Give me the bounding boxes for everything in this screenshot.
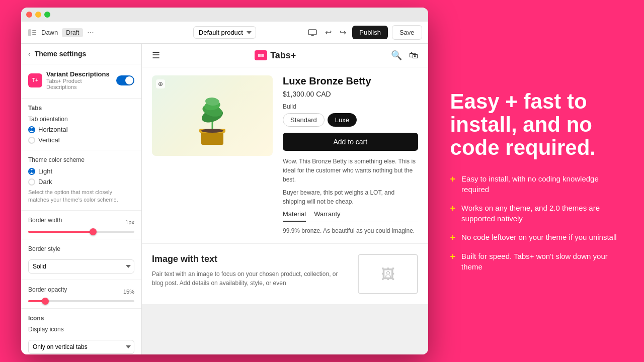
logo-icon: ≡≡ bbox=[255, 50, 267, 60]
border-style-label: Border style bbox=[28, 245, 134, 252]
border-width-track[interactable] bbox=[28, 231, 134, 233]
feature-list: + Easy to install, with no coding knowle… bbox=[450, 173, 622, 272]
plugin-info: Variant Descriptions Tabs+ Product Descr… bbox=[46, 70, 112, 90]
plugin-sub: Tabs+ Product Descriptions bbox=[46, 78, 112, 90]
editor-bar-left: Dawn Draft ··· bbox=[27, 28, 189, 38]
feature-item-3: + No code leftover on your theme if you … bbox=[450, 232, 622, 243]
horizontal-radio[interactable] bbox=[28, 126, 35, 133]
theme-select[interactable]: Default product bbox=[193, 26, 256, 39]
sidebar-toggle-icon[interactable] bbox=[27, 28, 37, 38]
feature-plus-1: + bbox=[450, 174, 456, 185]
feature-plus-2: + bbox=[450, 203, 456, 214]
border-opacity-value: 15% bbox=[123, 289, 134, 295]
svg-rect-1 bbox=[32, 30, 36, 31]
plugin-section: T+ Variant Descriptions Tabs+ Product De… bbox=[21, 64, 141, 99]
tab-warranty[interactable]: Warranty bbox=[314, 210, 340, 222]
standard-variant[interactable]: Standard bbox=[283, 113, 325, 127]
build-label: Build bbox=[283, 103, 418, 110]
product-image: ⊕ bbox=[152, 75, 273, 156]
image-text-title: Image with text bbox=[152, 254, 348, 264]
svg-rect-2 bbox=[32, 32, 36, 33]
plugin-icon: T+ bbox=[28, 73, 42, 87]
back-button[interactable]: ‹ bbox=[28, 50, 31, 58]
marketing-headline: Easy + fast to install, and no code requ… bbox=[450, 90, 622, 160]
color-radio-group: Light Dark bbox=[28, 167, 134, 186]
border-opacity-section: Border opacity 15% bbox=[21, 280, 141, 309]
product-desc1: Wow. This Bronze Betty is something else… bbox=[283, 157, 418, 184]
feature-text-1: Easy to install, with no coding knowledg… bbox=[461, 173, 622, 195]
vertical-radio[interactable] bbox=[28, 137, 35, 144]
border-width-section: Border width 1px bbox=[21, 211, 141, 239]
marketing-panel: Easy + fast to install, and no code requ… bbox=[428, 70, 644, 293]
plugin-name: Variant Descriptions bbox=[46, 70, 112, 78]
border-width-slider-row bbox=[28, 231, 134, 233]
svg-rect-7 bbox=[201, 131, 223, 145]
draft-badge: Draft bbox=[62, 28, 83, 37]
orientation-horizontal[interactable]: Horizontal bbox=[28, 126, 134, 133]
dark-label: Dark bbox=[38, 178, 52, 186]
undo-icon[interactable]: ↩ bbox=[323, 26, 334, 39]
vertical-label: Vertical bbox=[38, 136, 60, 144]
border-opacity-slider-row bbox=[28, 300, 134, 302]
sidebar-header: ‹ Theme settings bbox=[21, 44, 141, 64]
color-dark[interactable]: Dark bbox=[28, 178, 134, 186]
border-opacity-label: Border opacity bbox=[28, 286, 67, 293]
feature-text-2: Works on any theme, and 2.0 themes are s… bbox=[461, 203, 622, 224]
close-button[interactable] bbox=[26, 12, 32, 18]
hamburger-icon[interactable]: ☰ bbox=[152, 50, 160, 61]
image-text-content: Image with text Pair text with an image … bbox=[152, 254, 348, 294]
search-icon[interactable]: 🔍 bbox=[391, 50, 402, 61]
horizontal-label: Horizontal bbox=[38, 126, 68, 133]
border-width-value: 1px bbox=[125, 219, 134, 225]
maximize-button[interactable] bbox=[44, 12, 50, 18]
mac-titlebar bbox=[21, 8, 428, 22]
luxe-variant[interactable]: Luxe bbox=[328, 113, 357, 127]
store-icons: 🔍 🛍 bbox=[391, 50, 418, 61]
more-options-icon[interactable]: ··· bbox=[87, 28, 94, 37]
image-placeholder: 🖼 bbox=[358, 254, 418, 294]
publish-button[interactable]: Publish bbox=[352, 26, 388, 39]
redo-icon[interactable]: ↪ bbox=[338, 26, 348, 39]
feature-item-1: + Easy to install, with no coding knowle… bbox=[450, 173, 622, 195]
image-text-section: Image with text Pair text with an image … bbox=[142, 243, 428, 304]
minimize-button[interactable] bbox=[35, 12, 41, 18]
theme-name: Dawn bbox=[41, 29, 58, 36]
monitor-icon[interactable] bbox=[306, 27, 319, 38]
border-opacity-thumb[interactable] bbox=[42, 298, 49, 305]
preview-area: ☰ ≡≡ Tabs+ 🔍 🛍 ⊕ bbox=[142, 44, 428, 354]
svg-rect-4 bbox=[308, 30, 316, 35]
svg-point-9 bbox=[201, 129, 223, 133]
color-scheme-label: Theme color scheme bbox=[28, 156, 134, 163]
display-icons-select[interactable]: Only on vertical tabs bbox=[28, 340, 134, 354]
product-price: $1,300.00 CAD bbox=[283, 90, 418, 98]
save-button[interactable]: Save bbox=[392, 25, 422, 40]
tabs-label: Tabs bbox=[28, 105, 134, 112]
orientation-radio-group: Horizontal Vertical bbox=[28, 126, 134, 144]
border-width-fill bbox=[28, 231, 92, 233]
plugin-toggle[interactable] bbox=[116, 75, 134, 85]
placeholder-icon: 🖼 bbox=[381, 266, 395, 283]
feature-item-4: + Built for speed. Tabs+ won't slow down… bbox=[450, 251, 622, 272]
feature-text-4: Built for speed. Tabs+ won't slow down y… bbox=[461, 251, 622, 272]
cart-icon[interactable]: 🛍 bbox=[409, 50, 418, 61]
border-width-thumb[interactable] bbox=[90, 228, 97, 235]
light-radio[interactable] bbox=[28, 168, 35, 175]
product-info: Luxe Bronze Betty $1,300.00 CAD Build St… bbox=[283, 75, 418, 235]
editor-bar-right: ↩ ↪ Publish Save bbox=[260, 25, 422, 40]
add-to-cart-button[interactable]: Add to cart bbox=[283, 133, 418, 151]
feature-plus-4: + bbox=[450, 251, 456, 262]
dark-radio[interactable] bbox=[28, 178, 35, 186]
product-img bbox=[152, 75, 273, 156]
orientation-vertical[interactable]: Vertical bbox=[28, 136, 134, 144]
border-style-select[interactable]: Solid bbox=[28, 259, 134, 274]
zoom-icon[interactable]: ⊕ bbox=[156, 79, 165, 88]
color-light[interactable]: Light bbox=[28, 167, 134, 175]
color-hint: Select the option that most closely matc… bbox=[28, 189, 134, 204]
border-opacity-track[interactable] bbox=[28, 300, 134, 302]
tab-material[interactable]: Material bbox=[283, 210, 306, 222]
color-scheme-section: Theme color scheme Light Dark Select the… bbox=[21, 150, 141, 211]
sidebar-title: Theme settings bbox=[35, 50, 87, 58]
product-tabs: Material Warranty bbox=[283, 210, 418, 222]
feature-item-2: + Works on any theme, and 2.0 themes are… bbox=[450, 203, 622, 224]
icons-section: Icons Display icons Only on vertical tab… bbox=[21, 309, 141, 354]
